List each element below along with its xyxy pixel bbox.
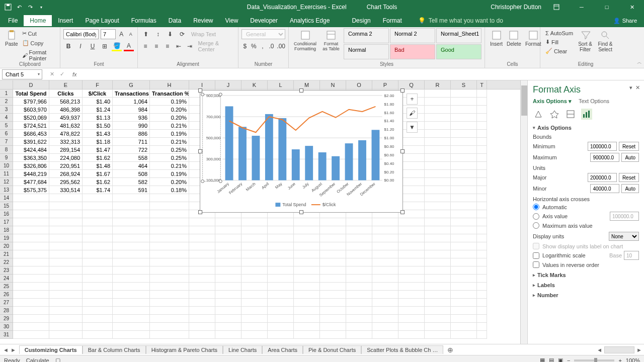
row-header[interactable]: 18 <box>0 226 13 234</box>
axis-major-input[interactable] <box>588 173 617 182</box>
column-header[interactable]: T <box>477 80 487 89</box>
cell[interactable] <box>320 323 346 331</box>
cell[interactable]: $686,453 <box>13 130 49 138</box>
cell[interactable] <box>49 283 83 291</box>
tick-marks-section[interactable]: Tick Marks <box>533 272 639 278</box>
cell[interactable] <box>398 331 425 339</box>
cell[interactable] <box>150 258 189 266</box>
cell[interactable] <box>83 250 113 258</box>
column-header[interactable]: E <box>49 80 83 89</box>
cell[interactable] <box>320 291 346 299</box>
number-section[interactable]: Number <box>533 292 639 298</box>
cell[interactable]: $477,684 <box>13 178 49 186</box>
cell[interactable] <box>215 242 242 250</box>
cell[interactable] <box>477 226 487 234</box>
share-button[interactable]: 👤 Share <box>608 16 642 26</box>
tab-design[interactable]: Design <box>346 15 376 26</box>
axis-min-reset[interactable]: Reset <box>619 142 639 151</box>
chart-filter-icon[interactable]: ▼ <box>407 122 418 133</box>
cell[interactable] <box>113 291 150 299</box>
cell[interactable]: 591 <box>113 186 150 194</box>
cell[interactable] <box>398 323 425 331</box>
align-middle-icon[interactable]: ↕ <box>153 29 163 39</box>
cell[interactable] <box>294 250 320 258</box>
cell[interactable] <box>49 258 83 266</box>
cell[interactable] <box>268 250 294 258</box>
cell[interactable] <box>477 250 487 258</box>
tell-me-search[interactable]: 💡 Tell me what you want to do <box>418 17 503 24</box>
cell[interactable] <box>477 162 487 170</box>
cell[interactable] <box>113 250 150 258</box>
cell[interactable] <box>215 299 242 307</box>
cell[interactable] <box>215 275 242 283</box>
row-header[interactable]: 15 <box>0 202 13 210</box>
delete-cells-button[interactable]: Delete <box>505 28 523 59</box>
column-header[interactable]: O <box>346 80 372 89</box>
cell[interactable] <box>320 315 346 323</box>
cell[interactable]: 0.25% <box>150 146 189 154</box>
cell[interactable]: 332,313 <box>49 138 83 146</box>
cell[interactable]: 0.19% <box>150 130 189 138</box>
cell[interactable] <box>320 258 346 266</box>
chart-handle-se[interactable] <box>400 210 405 214</box>
column-header[interactable]: D <box>13 80 49 89</box>
cell[interactable] <box>451 106 477 114</box>
cell[interactable] <box>150 250 189 258</box>
cell[interactable]: $724,521 <box>13 122 49 130</box>
effects-icon[interactable] <box>549 109 560 120</box>
cell[interactable] <box>268 218 294 226</box>
cell[interactable] <box>425 130 451 138</box>
cell[interactable] <box>398 299 425 307</box>
cell[interactable]: $363,350 <box>13 154 49 162</box>
chart-handle-n[interactable] <box>299 88 303 93</box>
cell[interactable] <box>451 283 477 291</box>
cell[interactable]: $1.40 <box>83 98 113 106</box>
cell[interactable] <box>215 250 242 258</box>
cell[interactable] <box>346 315 372 323</box>
cell[interactable] <box>215 315 242 323</box>
cell[interactable] <box>150 218 189 226</box>
cell[interactable] <box>268 323 294 331</box>
cell[interactable] <box>268 291 294 299</box>
cell[interactable]: 295,562 <box>49 178 83 186</box>
minimize-icon[interactable]: ─ <box>572 0 592 14</box>
cell[interactable] <box>189 242 215 250</box>
cell[interactable] <box>189 291 215 299</box>
cell[interactable] <box>189 323 215 331</box>
cell[interactable] <box>113 283 150 291</box>
cell[interactable] <box>150 242 189 250</box>
cell[interactable]: 0.18% <box>150 186 189 194</box>
axis-max-input[interactable] <box>590 153 619 162</box>
sheet-tab[interactable]: Scatter Plots & Bubble Ch … <box>361 345 443 354</box>
close-icon[interactable]: ✕ <box>622 0 642 14</box>
cell[interactable] <box>113 331 150 339</box>
cell[interactable]: 0.21% <box>150 162 189 170</box>
cell[interactable] <box>13 315 49 323</box>
cell[interactable] <box>242 307 268 315</box>
cell[interactable] <box>451 122 477 130</box>
row-header[interactable]: 4 <box>0 114 13 122</box>
cell[interactable] <box>150 323 189 331</box>
cell[interactable] <box>189 258 215 266</box>
fill-button[interactable]: ⬇Fill <box>543 38 575 46</box>
cell[interactable] <box>451 89 477 98</box>
zoom-level[interactable]: 100% <box>626 357 640 363</box>
cell[interactable] <box>294 218 320 226</box>
cell[interactable] <box>83 283 113 291</box>
cell[interactable] <box>477 202 487 210</box>
cell[interactable] <box>268 234 294 242</box>
cell[interactable] <box>189 307 215 315</box>
cell[interactable] <box>13 331 49 339</box>
cell[interactable] <box>189 266 215 275</box>
row-header[interactable]: 20 <box>0 242 13 250</box>
cell[interactable] <box>268 299 294 307</box>
cell[interactable] <box>425 307 451 315</box>
cell[interactable] <box>477 178 487 186</box>
wrap-text-button[interactable]: Wrap Text <box>189 30 218 38</box>
cell[interactable] <box>425 315 451 323</box>
cell[interactable] <box>294 234 320 242</box>
cell[interactable] <box>425 138 451 146</box>
qat-customize-icon[interactable]: ▾ <box>37 3 45 11</box>
cell[interactable]: 0.19% <box>150 98 189 106</box>
cell[interactable] <box>425 106 451 114</box>
